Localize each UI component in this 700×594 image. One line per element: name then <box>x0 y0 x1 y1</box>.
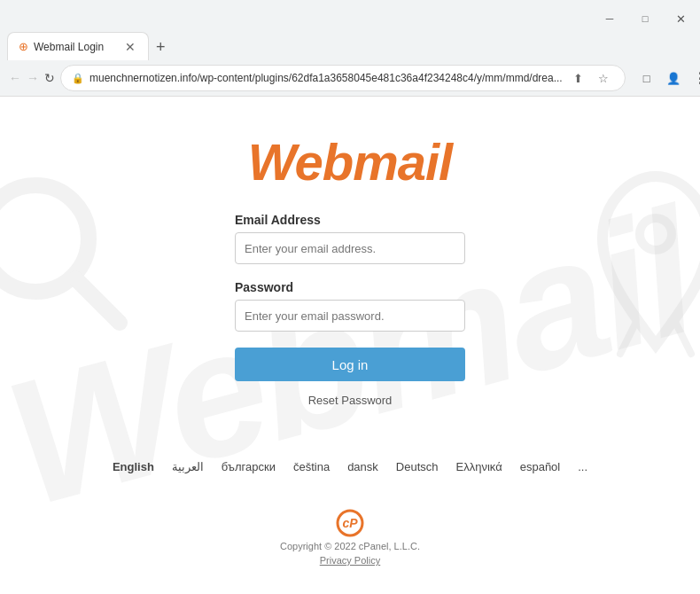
active-tab[interactable]: ⊕ Webmail Login ✕ <box>7 32 149 60</box>
more-menu-button[interactable]: ⋮ <box>688 66 700 90</box>
address-bar: ← → ↻ 🔒 muenchnernotizen.info/wp-content… <box>0 60 700 96</box>
browser-chrome: ─ □ ✕ ⊕ Webmail Login ✕ + ← → ↻ 🔒 muench… <box>0 0 700 97</box>
lock-icon: 🔒 <box>72 73 84 84</box>
reload-button[interactable]: ↻ <box>44 66 55 90</box>
privacy-policy-link[interactable]: Privacy Policy <box>320 555 380 566</box>
share-icon[interactable]: ⬆ <box>568 67 589 89</box>
lang-more[interactable]: ... <box>578 460 587 473</box>
bookmark-icon[interactable]: ☆ <box>593 67 614 89</box>
url-bar[interactable]: 🔒 muenchnernotizen.info/wp-content/plugi… <box>60 65 626 91</box>
lang-danish[interactable]: dansk <box>347 460 378 473</box>
tab-bar: ⊕ Webmail Login ✕ + <box>0 32 700 60</box>
url-text: muenchnernotizen.info/wp-content/plugins… <box>89 72 563 84</box>
email-label: Email Address <box>235 213 465 227</box>
lang-czech[interactable]: čeština <box>293 460 330 473</box>
restore-button[interactable]: □ <box>633 6 657 31</box>
back-button[interactable]: ← <box>9 66 21 90</box>
tab-favicon: ⊕ <box>19 40 28 53</box>
page-footer: cP Copyright © 2022 cPanel, L.L.C. Priva… <box>280 509 420 566</box>
language-bar: English العربية български čeština dansk … <box>113 460 587 473</box>
title-bar: ─ □ ✕ <box>0 0 700 32</box>
lang-bulgarian[interactable]: български <box>222 460 276 473</box>
new-tab-button[interactable]: + <box>149 35 173 60</box>
reset-password-link[interactable]: Reset Password <box>308 394 393 407</box>
extension-button[interactable]: □ <box>634 66 659 90</box>
url-actions: ⬆ ☆ <box>568 67 614 89</box>
lang-arabic[interactable]: العربية <box>172 460 204 473</box>
tab-close-button[interactable]: ✕ <box>123 40 137 54</box>
login-container: Webmail Email Address Password Log in Re… <box>0 97 700 566</box>
email-input[interactable] <box>235 232 465 264</box>
profile-button[interactable]: 👤 <box>661 66 686 90</box>
lang-german[interactable]: Deutsch <box>396 460 439 473</box>
page-content: Webmail Webmail Email Address <box>0 97 700 594</box>
svg-text:cP: cP <box>342 516 358 530</box>
password-input[interactable] <box>235 300 465 332</box>
password-field-group: Password <box>235 280 465 332</box>
browser-menu-area: □ 👤 ⋮ <box>634 66 700 90</box>
webmail-logo: Webmail <box>248 132 452 191</box>
lang-greek[interactable]: Ελληνικά <box>456 460 502 473</box>
email-field-group: Email Address <box>235 213 465 264</box>
tab-title: Webmail Login <box>34 41 118 53</box>
forward-button[interactable]: → <box>27 66 39 90</box>
copyright-text: Copyright © 2022 cPanel, L.L.C. <box>280 541 420 551</box>
cpanel-logo: cP <box>336 509 364 537</box>
lang-english[interactable]: English <box>113 460 154 473</box>
lang-spanish[interactable]: español <box>520 460 561 473</box>
login-button[interactable]: Log in <box>235 348 465 381</box>
close-button[interactable]: ✕ <box>668 6 693 31</box>
password-label: Password <box>235 280 465 294</box>
minimize-button[interactable]: ─ <box>597 6 622 31</box>
